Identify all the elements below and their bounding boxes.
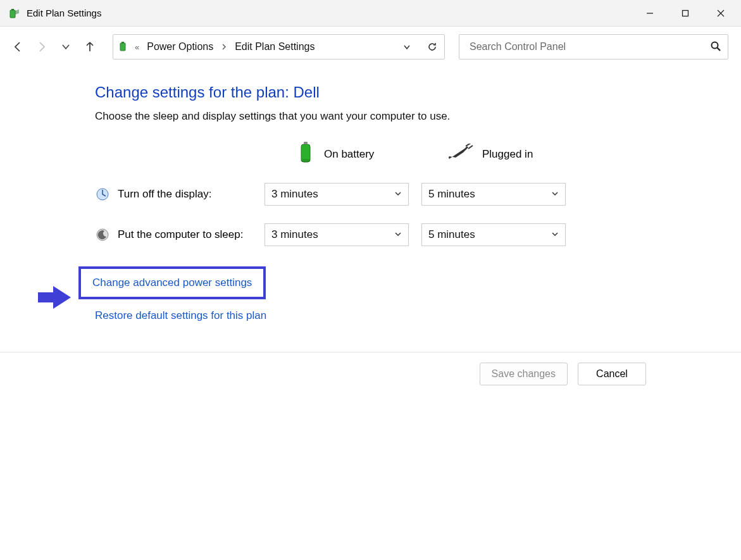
svg-rect-11 [304,142,308,144]
sleep-battery-dropdown[interactable]: 3 minutes [265,223,409,246]
close-button[interactable] [703,0,738,27]
svg-rect-6 [120,43,125,51]
chevron-down-icon [551,228,559,241]
svg-rect-1 [11,9,14,10]
cancel-button[interactable]: Cancel [578,363,646,385]
address-bar[interactable]: « Power Options Edit Plan Settings [113,34,445,59]
advanced-power-settings-link[interactable]: Change advanced power settings [92,277,252,289]
sleep-plugged-dropdown[interactable]: 5 minutes [421,223,566,246]
sleep-icon [95,227,110,242]
footer-buttons: Save changes Cancel [0,352,741,385]
window-title: Edit Plan Settings [27,8,101,18]
chevron-down-icon [394,228,402,241]
breadcrumb-overflow-icon[interactable]: « [134,42,140,52]
breadcrumb-edit-plan[interactable]: Edit Plan Settings [232,39,317,55]
minimize-button[interactable] [632,0,668,27]
svg-line-13 [466,144,471,146]
setting-display-row: Turn off the display: 3 minutes 5 minute… [95,183,741,206]
power-options-icon [8,7,20,20]
svg-line-14 [468,146,473,149]
nav-toolbar: « Power Options Edit Plan Settings [0,27,741,65]
sleep-plugged-value: 5 minutes [428,228,475,241]
svg-line-9 [718,47,721,51]
breadcrumb-power-options[interactable]: Power Options [144,39,216,55]
setting-sleep-row: Put the computer to sleep: 3 minutes 5 m… [95,223,741,246]
page-heading: Change settings for the plan: Dell [95,84,741,101]
battery-icon [296,140,315,168]
sleep-battery-value: 3 minutes [271,228,318,241]
svg-point-12 [300,159,311,163]
chevron-down-icon [394,188,402,201]
display-icon [95,187,110,202]
setting-display-label: Turn off the display: [118,188,211,201]
setting-sleep-label: Put the computer to sleep: [118,228,243,241]
column-plugged-in: Plugged in [421,144,578,165]
display-plugged-dropdown[interactable]: 5 minutes [421,183,566,206]
forward-button[interactable] [33,38,51,56]
refresh-button[interactable] [424,39,440,55]
restore-defaults-link[interactable]: Restore default settings for this plan [95,309,266,321]
up-button[interactable] [81,38,99,56]
arrow-annotation [35,283,73,313]
svg-rect-7 [121,42,124,43]
svg-point-8 [712,42,718,48]
search-input[interactable] [468,40,710,53]
display-battery-value: 3 minutes [271,188,318,201]
column-plugged-label: Plugged in [482,148,533,161]
plug-icon [447,144,473,165]
save-button-label: Save changes [492,368,556,380]
highlight-annotation: Change advanced power settings [78,266,266,299]
page-subtext: Choose the sleep and display settings th… [95,110,741,123]
cancel-button-label: Cancel [596,368,628,380]
maximize-button[interactable] [668,0,703,27]
column-on-battery: On battery [265,140,421,168]
back-button[interactable] [9,38,27,56]
search-box[interactable] [459,34,728,59]
save-changes-button[interactable]: Save changes [480,363,568,385]
svg-rect-3 [683,10,688,16]
column-battery-label: On battery [324,148,374,161]
chevron-right-icon[interactable] [220,42,228,52]
content-area: Change settings for the plan: Dell Choos… [0,65,741,322]
display-battery-dropdown[interactable]: 3 minutes [265,183,409,206]
address-icon [118,40,130,54]
recent-locations-button[interactable] [57,38,75,56]
display-plugged-value: 5 minutes [428,188,475,201]
address-dropdown-button[interactable] [399,39,415,55]
chevron-down-icon [551,188,559,201]
search-icon[interactable] [710,40,721,54]
svg-rect-0 [10,10,15,18]
titlebar: Edit Plan Settings [0,0,741,27]
